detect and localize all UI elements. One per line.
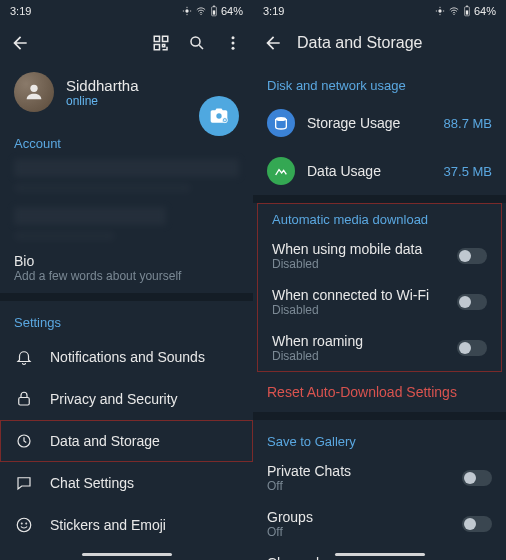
svg-rect-4 <box>213 6 215 7</box>
qr-button[interactable] <box>151 33 171 53</box>
svg-rect-5 <box>154 36 159 41</box>
toggle-switch[interactable] <box>462 516 492 532</box>
svg-point-18 <box>21 523 22 524</box>
svg-rect-15 <box>19 398 30 406</box>
toggle-title: When using mobile data <box>272 241 447 257</box>
toggle-sub: Disabled <box>272 303 447 317</box>
list-label: Stickers and Emoji <box>50 517 239 533</box>
redacted-phone <box>14 159 239 177</box>
more-button[interactable] <box>223 33 243 53</box>
set-photo-button[interactable] <box>199 96 239 136</box>
wifi-icon <box>448 6 460 16</box>
storage-label: Storage Usage <box>307 115 432 131</box>
svg-point-8 <box>191 37 200 46</box>
bio-sub: Add a few words about yourself <box>14 269 239 283</box>
settings-item-stickers[interactable]: Stickers and Emoji <box>0 504 253 546</box>
profile-name: Siddhartha <box>66 77 139 94</box>
back-button[interactable] <box>10 33 30 53</box>
settings-item-privacy[interactable]: Privacy and Security <box>0 378 253 420</box>
nav-handle[interactable] <box>82 553 172 556</box>
toggle-title: Private Chats <box>267 463 452 479</box>
back-button[interactable] <box>263 33 283 53</box>
toggle-switch[interactable] <box>457 248 487 264</box>
status-battery: 64% <box>221 5 243 17</box>
data-usage-row[interactable]: Data Usage 37.5 MB <box>253 147 506 195</box>
divider <box>253 412 506 420</box>
toggle-sub: Off <box>267 479 452 493</box>
list-label: Notifications and Sounds <box>50 349 239 365</box>
settings-header: Settings <box>0 301 253 336</box>
settings-item-notifications[interactable]: Notifications and Sounds <box>0 336 253 378</box>
wifi-icon <box>195 6 207 16</box>
settings-list: Notifications and Sounds Privacy and Sec… <box>0 336 253 560</box>
list-label: Privacy and Security <box>50 391 239 407</box>
reset-auto-download[interactable]: Reset Auto-Download Settings <box>253 372 506 412</box>
page-title: Data and Storage <box>297 34 496 52</box>
svg-rect-27 <box>466 6 468 7</box>
settings-item-chat[interactable]: Chat Settings <box>0 462 253 504</box>
database-icon <box>14 431 34 451</box>
svg-point-9 <box>232 36 235 39</box>
gallery-header: Save to Gallery <box>253 420 506 455</box>
gallery-private-row[interactable]: Private Chats Off <box>253 455 506 501</box>
data-label: Data Usage <box>307 163 432 179</box>
toggle-title: When connected to Wi-Fi <box>272 287 447 303</box>
status-time: 3:19 <box>263 5 284 17</box>
storage-icon <box>267 109 295 137</box>
svg-point-12 <box>30 85 37 92</box>
toggle-sub: Disabled <box>272 257 447 271</box>
svg-point-19 <box>26 523 27 524</box>
battery-icon <box>463 5 471 17</box>
app-bar <box>0 22 253 64</box>
storage-value: 88.7 MB <box>444 116 492 131</box>
bell-icon <box>14 347 34 367</box>
toggle-switch[interactable] <box>462 470 492 486</box>
svg-rect-7 <box>154 45 159 50</box>
chat-icon <box>14 473 34 493</box>
gallery-groups-row[interactable]: Groups Off <box>253 501 506 547</box>
svg-rect-26 <box>466 10 468 14</box>
auto-mobile-row[interactable]: When using mobile data Disabled <box>258 233 501 279</box>
battery-icon <box>210 5 218 17</box>
list-label: Chat Settings <box>50 475 239 491</box>
svg-point-11 <box>232 47 235 50</box>
svg-point-13 <box>216 113 221 118</box>
profile-status: online <box>66 94 139 108</box>
auto-wifi-row[interactable]: When connected to Wi-Fi Disabled <box>258 279 501 325</box>
status-bar: 3:19 64% <box>253 0 506 22</box>
svg-point-23 <box>438 9 441 12</box>
svg-point-17 <box>17 518 31 532</box>
location-icon <box>435 6 445 16</box>
settings-main-screen: 3:19 64% Siddhartha <box>0 0 253 560</box>
smile-icon <box>14 515 34 535</box>
app-bar: Data and Storage <box>253 22 506 64</box>
nav-handle[interactable] <box>335 553 425 556</box>
data-value: 37.5 MB <box>444 164 492 179</box>
search-button[interactable] <box>187 33 207 53</box>
svg-point-1 <box>200 14 201 15</box>
auto-download-section: Automatic media download When using mobi… <box>257 203 502 372</box>
bio-field[interactable]: Bio Add a few words about yourself <box>0 247 253 293</box>
svg-rect-3 <box>213 10 215 14</box>
bio-title: Bio <box>14 253 239 269</box>
svg-point-28 <box>276 117 287 121</box>
storage-usage-row[interactable]: Storage Usage 88.7 MB <box>253 99 506 147</box>
svg-point-0 <box>185 9 188 12</box>
settings-item-data-storage[interactable]: Data and Storage <box>0 420 253 462</box>
toggle-switch[interactable] <box>457 340 487 356</box>
disk-header: Disk and network usage <box>253 64 506 99</box>
lock-icon <box>14 389 34 409</box>
auto-roaming-row[interactable]: When roaming Disabled <box>258 325 501 371</box>
location-icon <box>182 6 192 16</box>
toggle-sub: Disabled <box>272 349 447 363</box>
redacted-username <box>14 207 166 225</box>
redacted-phone-sub <box>14 183 191 193</box>
data-icon <box>267 157 295 185</box>
auto-header: Automatic media download <box>258 204 501 233</box>
divider <box>0 293 253 301</box>
toggle-switch[interactable] <box>457 294 487 310</box>
svg-point-24 <box>453 14 454 15</box>
avatar <box>14 72 54 112</box>
profile-header[interactable]: Siddhartha online <box>0 64 253 122</box>
toggle-title: Groups <box>267 509 452 525</box>
